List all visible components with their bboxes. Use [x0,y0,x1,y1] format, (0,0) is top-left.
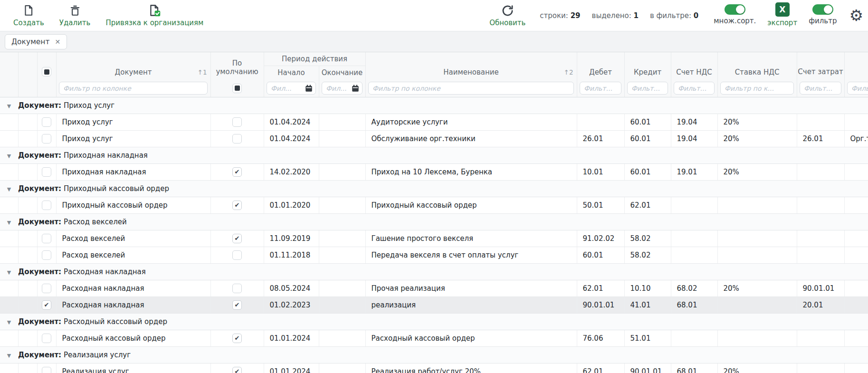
table-row[interactable]: Реализация услуг✔01.01.2024Реализация ра… [0,363,868,373]
row-select-checkbox[interactable]: ✔ [42,300,51,310]
col-header-last[interactable] [844,52,868,80]
vat-account-cell: 68.01 [671,363,717,373]
debit-filter-input[interactable] [580,82,621,95]
row-select-checkbox[interactable] [42,201,51,210]
period-end-cell [319,363,365,373]
row-select-checkbox[interactable] [42,284,51,293]
table-row[interactable]: Приход услуг01.04.2024Аудиторские услуги… [0,114,868,130]
settings-gear-icon[interactable]: ⚙ [842,0,868,31]
group-collapse-toggle[interactable]: ▼ [0,263,18,280]
name-cell: Прочая реализация [365,280,577,296]
row-select-checkbox[interactable] [42,167,51,177]
export-button[interactable]: X экспорт [762,0,803,31]
vat-account-cell [671,230,717,247]
group-collapse-toggle[interactable]: ▼ [0,346,18,363]
select-all-checkbox[interactable] [42,67,51,77]
cost-account-cell [797,197,844,213]
row-select-checkbox[interactable] [42,117,51,127]
close-icon[interactable]: ✕ [55,38,61,46]
col-header-credit[interactable]: Кредит [624,52,671,80]
col-header-default[interactable]: По умолчанию [210,52,264,80]
default-checkbox[interactable]: ✔ [232,234,242,243]
row-select-checkbox[interactable] [42,234,51,243]
row-select-checkbox[interactable] [42,134,51,143]
document-cell: Расход векселей [56,230,210,247]
col-header-period-start[interactable]: Начало [264,66,319,80]
vat-account-filter-input[interactable] [674,82,715,95]
group-collapse-toggle[interactable]: ▼ [0,213,18,230]
group-collapse-toggle[interactable]: ▼ [0,313,18,330]
row-select-checkbox[interactable] [42,250,51,260]
default-checkbox[interactable]: ✔ [232,300,242,310]
default-checkbox[interactable]: ✔ [232,334,242,343]
credit-filter-input[interactable] [627,82,668,95]
table-row[interactable]: Приход услуг01.04.2024Обслуживание орг.т… [0,130,868,147]
group-label: Документ: Приход услуг [18,97,868,114]
vat-rate-cell: 20% [717,130,797,147]
credit-cell: 90.01.01 [624,363,671,373]
default-checkbox[interactable] [232,250,242,260]
calendar-icon[interactable] [351,84,360,93]
name-filter-input[interactable] [368,82,574,95]
toolbar: Создать Удалить Привязка к организациям … [0,0,868,31]
vat-rate-cell [717,247,797,263]
row-select-checkbox[interactable] [42,334,51,343]
chevron-down-icon: ▼ [7,353,11,359]
document-filter-input[interactable] [59,82,208,95]
table-stats: строки: 29 выделено: 1 в фильтре: 0 [540,0,698,31]
table-row[interactable]: Приходная накладная✔14.02.2020Приход на … [0,163,868,180]
credit-cell: 60.01 [624,114,671,130]
filter-toggle[interactable]: фильтр [803,0,842,31]
calendar-icon[interactable] [305,84,313,93]
excel-icon: X [775,2,790,17]
credit-cell: 41.01 [624,296,671,313]
table-row[interactable]: Расходный кассовый ордер✔01.01.2024Расхо… [0,330,868,346]
period-start-cell: 01.02.2023 [264,296,319,313]
multi-sort-label: множ.сорт. [714,17,756,25]
col-header-select-all [37,52,56,80]
chevron-down-icon: ▼ [7,220,11,226]
debit-cell: 90.01.01 [577,296,624,313]
table-row[interactable]: Расход векселей✔11.09.2019Гашение просто… [0,230,868,247]
tab-document[interactable]: Документ ✕ [5,34,67,49]
col-header-period-end[interactable]: Окончание [319,66,365,80]
default-checkbox[interactable]: ✔ [232,367,242,373]
cost-item-cell [844,296,868,313]
cost-item-cell: Орг.те [844,130,868,147]
default-checkbox[interactable] [232,134,242,143]
group-collapse-toggle[interactable]: ▼ [0,147,18,163]
col-header-vat-rate[interactable]: Ставка НДС [717,52,797,80]
default-checkbox[interactable] [232,117,242,127]
table-row[interactable]: Расход векселей01.11.2018Передача вексел… [0,247,868,263]
document-check-icon [148,3,161,18]
delete-button[interactable]: Удалить [52,0,98,31]
table-row[interactable]: Расходная накладная08.05.2024Прочая реал… [0,280,868,296]
period-start-cell: 01.04.2024 [264,130,319,147]
default-filter-checkbox[interactable] [232,84,242,93]
group-collapse-toggle[interactable]: ▼ [0,180,18,197]
multi-sort-toggle[interactable]: множ.сорт. [708,0,762,31]
table-row[interactable]: ✔Расходная накладная✔01.02.2023реализаци… [0,296,868,313]
bind-organizations-button[interactable]: Привязка к организациям [98,0,211,31]
period-start-cell: 11.09.2019 [264,230,319,247]
last-filter-input[interactable] [847,82,868,95]
default-checkbox[interactable]: ✔ [232,167,242,177]
row-select-checkbox[interactable] [42,367,51,373]
default-checkbox[interactable] [232,284,242,293]
cost-account-filter-input[interactable] [800,82,841,95]
create-button[interactable]: Создать [6,0,52,31]
vat-rate-filter-input[interactable] [720,82,794,95]
document-cell: Расходная накладная [56,296,210,313]
refresh-button[interactable]: Обновить [482,0,533,31]
document-cell: Расходный кассовый ордер [56,330,210,346]
default-checkbox[interactable]: ✔ [232,201,242,210]
col-header-debit[interactable]: Дебет [577,52,624,80]
vat-account-cell: 68.01 [671,296,717,313]
col-header-document[interactable]: Документ↑1 [56,52,210,80]
group-header-row: ▼Документ: Расход векселей [0,213,868,230]
table-row[interactable]: Приходный кассовый ордер✔01.01.2020Прихо… [0,197,868,213]
col-header-name[interactable]: Наименование↑2 [365,52,577,80]
group-collapse-toggle[interactable]: ▼ [0,97,18,114]
col-header-cost-account[interactable]: Счет затрат [797,52,844,80]
col-header-vat-account[interactable]: Счет НДС [671,52,717,80]
